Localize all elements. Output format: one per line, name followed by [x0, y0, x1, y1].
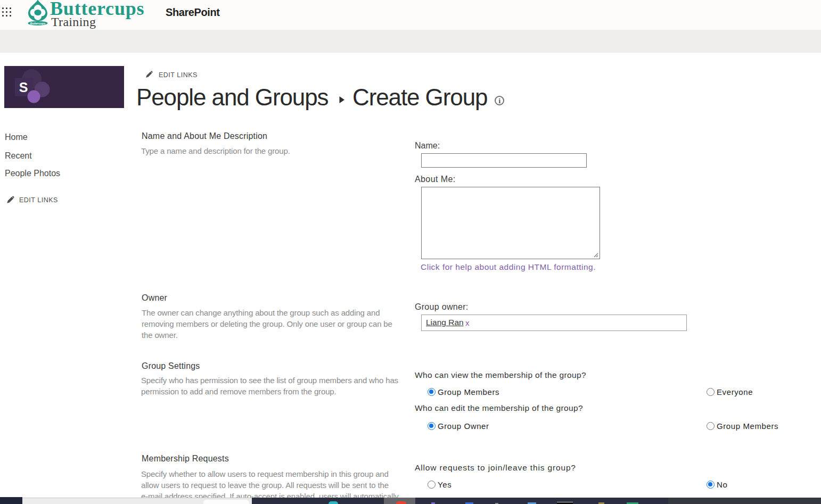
svg-text:Buttercups: Buttercups: [30, 22, 45, 25]
svg-text:S: S: [19, 80, 28, 95]
